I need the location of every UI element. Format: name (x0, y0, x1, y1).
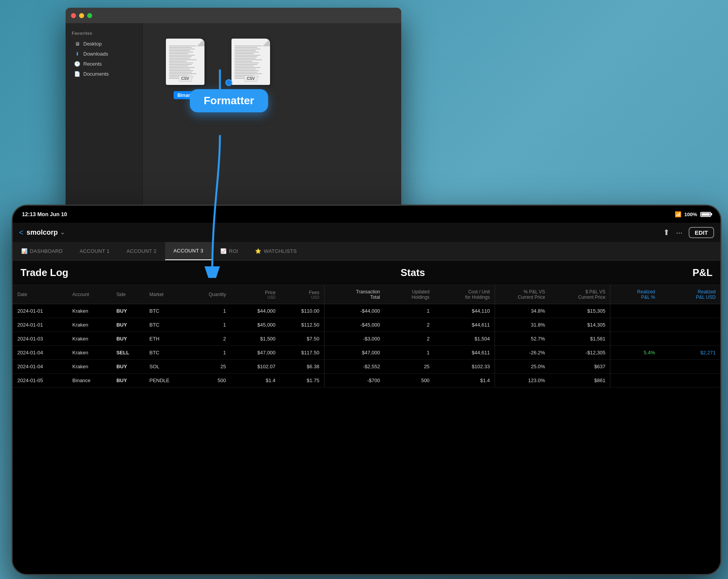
cell-fees: $6.38 (280, 360, 324, 374)
cell-side: BUY (112, 360, 145, 374)
cell-account: Binance (68, 374, 112, 388)
cell-qty: 1 (187, 304, 231, 318)
tab-account1-label: ACCOUNT 1 (79, 248, 110, 254)
cell-cost: $44,611 (434, 346, 495, 360)
cell-holdings: 2 (385, 332, 434, 346)
edit-button[interactable]: EDIT (689, 227, 714, 238)
cell-pnl-usd: $861 (550, 374, 610, 388)
tab-account1[interactable]: ACCOUNT 1 (71, 242, 118, 260)
recents-icon: 🕐 (74, 61, 80, 67)
section-pnl: P&L (589, 267, 713, 279)
maximize-button[interactable] (87, 13, 92, 18)
formatter-container: Formatter (190, 79, 268, 112)
cell-txn: -$700 (324, 374, 385, 388)
cell-market: ETH (145, 332, 186, 346)
formatter-bubble[interactable]: Formatter (190, 89, 268, 112)
cell-pnl-usd: $14,305 (550, 318, 610, 332)
tab-dashboard[interactable]: 📊 DASHBOARD (13, 242, 71, 260)
tab-account2[interactable]: ACCOUNT 2 (118, 242, 165, 260)
cell-date: 2024-01-05 (13, 374, 68, 388)
battery-percent: 100% (684, 212, 697, 217)
cell-qty: 500 (187, 374, 231, 388)
cell-price: $1,500 (231, 332, 280, 346)
back-button[interactable]: < (19, 228, 24, 237)
account-name: smolcorp (27, 229, 58, 237)
desktop-icon: 🖥 (74, 41, 80, 47)
col-header-txn: TransactionTotal (324, 285, 385, 304)
cell-market: PENDLE (145, 374, 186, 388)
cell-date: 2024-01-04 (13, 346, 68, 360)
cell-realized-pct (610, 374, 660, 388)
section-stats: Stats (236, 267, 589, 279)
cell-side: SELL (112, 346, 145, 360)
cell-side: BUY (112, 374, 145, 388)
cell-pnl-usd: $637 (550, 360, 610, 374)
col-header-market: Market (145, 285, 186, 304)
cell-cost: $44,110 (434, 304, 495, 318)
tab-account2-label: ACCOUNT 2 (127, 248, 157, 254)
cell-qty: 1 (187, 318, 231, 332)
cell-holdings: 1 (385, 304, 434, 318)
sidebar-item-documents[interactable]: 📄 Documents (68, 69, 140, 79)
cell-qty: 25 (187, 360, 231, 374)
cell-realized-pct (610, 332, 660, 346)
cell-realized-usd: $2,271 (660, 346, 720, 360)
nav-right: ⬆ ··· EDIT (663, 227, 714, 238)
table-container[interactable]: Date Account Side Market Quantity PriceU… (13, 285, 720, 574)
wifi-icon: 📶 (675, 211, 681, 217)
col-header-fees: FeesUSD (280, 285, 324, 304)
share-icon[interactable]: ⬆ (663, 228, 670, 237)
cell-fees: $110.00 (280, 304, 324, 318)
cell-price: $102.07 (231, 360, 280, 374)
cell-market: BTC (145, 346, 186, 360)
close-button[interactable] (71, 13, 76, 18)
cell-realized-pct (610, 304, 660, 318)
cell-txn: -$45,000 (324, 318, 385, 332)
tab-bar: 📊 DASHBOARD ACCOUNT 1 ACCOUNT 2 ACCOUNT … (13, 242, 720, 261)
cell-side: BUY (112, 318, 145, 332)
app-navbar: < smolcorp ⌄ ⬆ ··· EDIT (13, 223, 720, 242)
minimize-button[interactable] (79, 13, 84, 18)
sidebar-label-desktop: Desktop (83, 41, 102, 47)
documents-icon: 📄 (74, 71, 80, 77)
cell-market: BTC (145, 304, 186, 318)
cell-cost: $1,504 (434, 332, 495, 346)
sidebar-item-desktop[interactable]: 🖥 Desktop (68, 39, 140, 49)
cell-txn: $47,000 (324, 346, 385, 360)
table-row: 2024-01-01 Kraken BUY BTC 1 $44,000 $110… (13, 304, 720, 318)
section-headers: Trade Log Stats P&L (13, 261, 720, 285)
cell-pnl-usd: $15,305 (550, 304, 610, 318)
table-row: 2024-01-03 Kraken BUY ETH 2 $1,500 $7.50… (13, 332, 720, 346)
col-header-pnl-usd: $ P&L VSCurrent Price (550, 285, 610, 304)
finder-sidebar: Favorites 🖥 Desktop ⬇ Downloads 🕐 Recent… (66, 23, 143, 208)
sidebar-section-favorites: Favorites (66, 29, 142, 39)
more-icon[interactable]: ··· (676, 228, 682, 237)
cell-date: 2024-01-04 (13, 360, 68, 374)
cell-price: $1.4 (231, 374, 280, 388)
col-header-date: Date (13, 285, 68, 304)
col-header-holdings: UpdatedHoldings (385, 285, 434, 304)
sidebar-item-recents[interactable]: 🕐 Recents (68, 59, 140, 69)
cell-pnl-usd: -$12,305 (550, 346, 610, 360)
table-header-row: Date Account Side Market Quantity PriceU… (13, 285, 720, 304)
col-header-quantity: Quantity (187, 285, 231, 304)
cell-date: 2024-01-01 (13, 304, 68, 318)
cell-account: Kraken (68, 332, 112, 346)
cell-fees: $1.75 (280, 374, 324, 388)
account-selector[interactable]: smolcorp ⌄ (27, 229, 65, 237)
cell-qty: 2 (187, 332, 231, 346)
col-header-account: Account (68, 285, 112, 304)
sidebar-item-downloads[interactable]: ⬇ Downloads (68, 49, 140, 59)
cell-realized-usd (660, 304, 720, 318)
table-row: 2024-01-04 Kraken SELL BTC 1 $47,000 $11… (13, 346, 720, 360)
cell-realized-usd (660, 374, 720, 388)
cell-date: 2024-01-01 (13, 318, 68, 332)
dashboard-tab-icon: 📊 (21, 248, 27, 254)
table-row: 2024-01-04 Kraken BUY SOL 25 $102.07 $6.… (13, 360, 720, 374)
cell-realized-pct: 5.4% (610, 346, 660, 360)
cell-fees: $112.50 (280, 318, 324, 332)
cell-market: SOL (145, 360, 186, 374)
cell-realized-usd (660, 360, 720, 374)
mobile-statusbar: 12:13 Mon Jun 10 📶 100% (13, 206, 720, 223)
cell-cost: $44,611 (434, 318, 495, 332)
